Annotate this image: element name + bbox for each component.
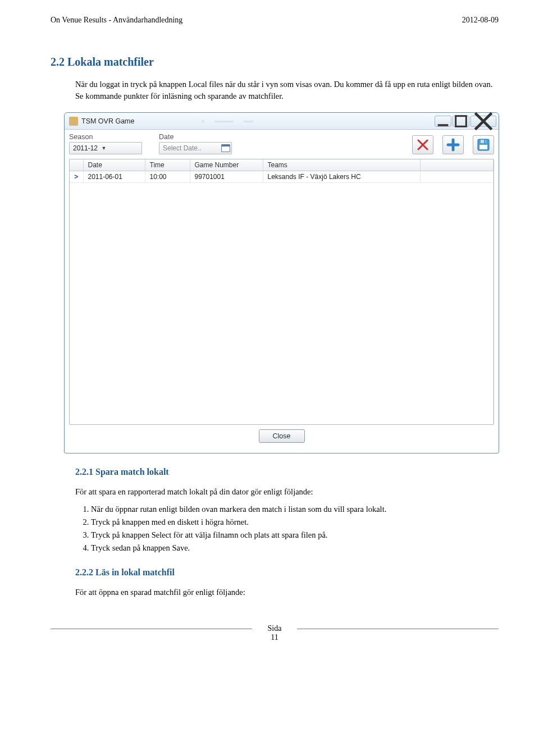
heading-2-2: 2.2 Lokala matchfiler <box>51 56 499 68</box>
save-button[interactable] <box>473 135 494 154</box>
heading-2-2-1: 2.2.1 Spara match lokalt <box>75 467 499 477</box>
chevron-down-icon: ▼ <box>100 145 108 151</box>
list-item: När du öppnar rutan enligt bilden ovan m… <box>91 503 499 515</box>
col-date[interactable]: Date <box>83 159 145 171</box>
list-item: Tryck sedan på knappen Save. <box>91 542 499 554</box>
col-time[interactable]: Time <box>145 159 190 171</box>
doc-title: On Venue Results - Användarhandledning <box>51 16 182 25</box>
col-game-number[interactable]: Game Number <box>190 159 263 171</box>
heading-2-2-2: 2.2.2 Läs in lokal matchfil <box>75 567 499 578</box>
plus-icon <box>446 138 460 152</box>
paragraph-load-intro: För att öppna en sparad matchfil gör enl… <box>75 587 499 598</box>
date-label: Date <box>159 133 232 141</box>
list-item: Tryck på knappen Select för att välja fi… <box>91 529 499 541</box>
cell-empty <box>421 171 494 183</box>
page-number: 11 <box>271 633 278 642</box>
cell-teams: Leksands IF - Växjö Lakers HC <box>263 171 421 183</box>
row-indicator: > <box>70 171 83 183</box>
save-steps-list: När du öppnar rutan enligt bilden ovan m… <box>91 503 499 554</box>
maximize-button[interactable] <box>453 116 469 127</box>
svg-rect-1 <box>456 116 467 126</box>
col-teams[interactable]: Teams <box>263 159 421 171</box>
page-footer: Sida 11 <box>51 624 499 643</box>
add-button[interactable] <box>442 135 464 154</box>
date-picker[interactable]: Select Date.. <box>159 142 232 154</box>
grid-empty-area <box>70 183 494 424</box>
app-icon <box>69 117 78 126</box>
col-empty <box>421 159 494 171</box>
titlebar-blur: ▫────── <box>202 117 253 125</box>
footer-label: Sida <box>268 624 282 633</box>
minimize-icon <box>435 113 451 129</box>
list-item: Tryck på knappen med en diskett i högra … <box>91 516 499 528</box>
diskette-icon <box>477 138 490 152</box>
minimize-button[interactable] <box>435 116 451 127</box>
table-row[interactable]: > 2011-06-01 10:00 99701001 Leksands IF … <box>70 171 494 183</box>
paragraph-save-intro: För att spara en rapporterad match lokal… <box>75 486 499 498</box>
close-button[interactable]: Close <box>259 429 305 443</box>
x-icon <box>416 138 430 152</box>
games-table: Date Time Game Number Teams > 2011-06-01 <box>69 159 494 425</box>
season-dropdown[interactable]: 2011-12 ▼ <box>69 142 142 154</box>
app-window: TSM OVR Game ▫────── S <box>64 112 499 453</box>
cell-date: 2011-06-01 <box>83 171 145 183</box>
col-selector <box>70 159 83 171</box>
calendar-icon <box>221 144 230 152</box>
doc-date: 2012-08-09 <box>462 16 499 25</box>
season-label: Season <box>69 133 142 141</box>
close-window-button[interactable] <box>471 116 496 127</box>
window-title: TSM OVR Game <box>81 117 134 125</box>
svg-rect-3 <box>479 145 487 149</box>
delete-button[interactable] <box>412 135 433 154</box>
season-value: 2011-12 <box>73 144 98 152</box>
date-placeholder: Select Date.. <box>163 144 202 152</box>
cell-time: 10:00 <box>145 171 190 183</box>
paragraph-intro: När du loggat in tryck på knappen Local … <box>75 79 499 102</box>
cell-game-number: 99701001 <box>190 171 263 183</box>
close-icon <box>471 109 496 134</box>
maximize-icon <box>453 113 469 129</box>
titlebar: TSM OVR Game ▫────── <box>65 113 499 130</box>
svg-rect-5 <box>484 140 486 143</box>
